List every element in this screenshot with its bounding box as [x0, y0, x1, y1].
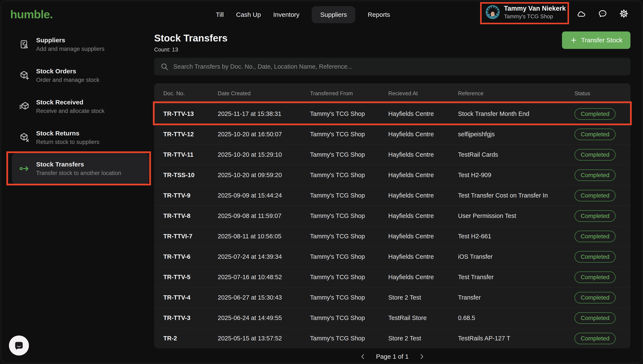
user-menu[interactable]: Tammy Van Niekerk Tammy's TCG Shop — [486, 5, 566, 20]
nav-tab-suppliers[interactable]: Suppliers — [312, 6, 355, 23]
table-row[interactable]: TR-2 2025-05-15 at 13:57:52 Tammy's TCG … — [154, 328, 630, 348]
sidebar-item-subtitle: Return stock to suppliers — [36, 139, 99, 146]
cell-reference: selfijpeishfgjs — [458, 131, 574, 138]
sidebar-item-title: Stock Orders — [36, 68, 99, 75]
nav-tab-reports[interactable]: Reports — [368, 11, 390, 18]
sidebar-item-stock-orders[interactable]: Stock Orders Order and manage stock — [0, 60, 157, 91]
cell-transferred-from: Tammy's TCG Shop — [310, 212, 388, 220]
app-logo: humble. — [10, 8, 53, 21]
cell-date-created: 2025-08-11 at 10:56:05 — [218, 233, 310, 240]
cell-transferred-from: Tammy's TCG Shop — [310, 110, 388, 117]
cell-doc-no: TR-TTV-12 — [163, 131, 218, 138]
status-badge: Completed — [574, 333, 616, 344]
status-badge: Completed — [574, 149, 616, 160]
nav-tab-inventory[interactable]: Inventory — [273, 11, 300, 18]
search-input[interactable] — [173, 63, 624, 70]
status-badge: Completed — [574, 129, 616, 140]
cell-reference: User Permission Test — [458, 212, 574, 220]
cell-transferred-from: Tammy's TCG Shop — [310, 131, 388, 138]
search-bar — [154, 58, 630, 75]
sidebar-item-stock-returns[interactable]: Stock Returns Return stock to suppliers — [0, 122, 157, 153]
chat-support-icon[interactable] — [598, 8, 608, 19]
cell-date-created: 2025-06-27 at 15:30:43 — [218, 294, 310, 301]
column-received-at: Recieved At — [388, 90, 458, 97]
avatar — [486, 5, 500, 19]
cell-reference: 0.68.5 — [458, 314, 574, 322]
sidebar-item-subtitle: Transfer stock to another location — [36, 170, 121, 176]
status-badge: Completed — [574, 292, 616, 304]
cell-doc-no: TR-TTV-13 — [163, 110, 218, 117]
table-row[interactable]: TR-TTV-5 2025-07-16 at 10:48:52 Tammy's … — [154, 267, 630, 287]
cell-date-created: 2025-10-20 at 15:29:10 — [218, 151, 310, 158]
cell-date-created: 2025-09-09 at 15:44:24 — [218, 192, 310, 199]
previous-page-icon[interactable] — [358, 352, 368, 361]
topbar-actions — [576, 8, 629, 19]
table-row[interactable]: TR-TTV-8 2025-09-08 at 11:59:07 Tammy's … — [154, 206, 630, 226]
cell-transferred-from: Tammy's TCG Shop — [310, 294, 388, 301]
chat-launcher-button[interactable] — [9, 336, 29, 356]
plus-icon — [570, 36, 577, 44]
cell-reference: Transfer — [458, 294, 574, 301]
transfer-stock-button-label: Transfer Stock — [581, 36, 622, 44]
nav-tab-cash-up[interactable]: Cash Up — [236, 11, 261, 18]
sidebar-item-suppliers[interactable]: Suppliers Add and manage suppliers — [0, 29, 157, 60]
cell-reference: Stock Transfer Month End — [458, 110, 574, 117]
cell-reference: Test Transfer Cost on Transfer In — [458, 192, 574, 199]
table-row[interactable]: TR-TTV-6 2025-07-24 at 14:39:34 Tammy's … — [154, 246, 630, 267]
table-row[interactable]: TR-TTV-12 2025-10-20 at 16:50:07 Tammy's… — [154, 124, 630, 144]
sidebar-item-text: Stock Transfers Transfer stock to anothe… — [36, 161, 121, 176]
cell-transferred-from: Tammy's TCG Shop — [310, 151, 388, 158]
cloud-sync-icon[interactable] — [576, 8, 586, 19]
next-page-icon[interactable] — [417, 352, 426, 361]
column-doc-no: Doc. No. — [163, 90, 218, 97]
sidebar-item-stock-received[interactable]: Stock Received Receive and allocate stoc… — [0, 91, 157, 122]
cell-reference: TestRails AP-127 T — [458, 335, 574, 342]
user-shop: Tammy's TCG Shop — [504, 13, 566, 20]
sidebar-item-stock-transfers[interactable]: Stock Transfers Transfer stock to anothe… — [12, 153, 149, 184]
status-badge: Completed — [574, 251, 616, 262]
transfer-arrow-icon — [19, 163, 30, 174]
sidebar-item-text: Suppliers Add and manage suppliers — [36, 36, 104, 52]
sidebar-item-text: Stock Orders Order and manage stock — [36, 68, 99, 83]
table-row[interactable]: TR-TSS-10 2025-10-20 at 09:59:20 Tammy's… — [154, 165, 630, 185]
table-header: Doc. No. Date Created Transferred From R… — [154, 83, 630, 104]
status-badge: Completed — [574, 272, 616, 283]
cell-doc-no: TR-TTV-9 — [163, 192, 218, 199]
cell-transferred-from: Tammy's TCG Shop — [310, 314, 388, 322]
box-x-icon — [19, 132, 30, 143]
cell-transferred-from: Tammy's TCG Shop — [310, 233, 388, 240]
cell-date-created: 2025-07-24 at 14:39:34 — [218, 253, 310, 260]
cell-date-created: 2025-07-16 at 10:48:52 — [218, 274, 310, 281]
cell-transferred-from: Tammy's TCG Shop — [310, 253, 388, 260]
cell-doc-no: TR-TTV-11 — [163, 151, 218, 158]
transfer-stock-button[interactable]: Transfer Stock — [562, 32, 630, 49]
cell-transferred-from: Tammy's TCG Shop — [310, 274, 388, 281]
nav-tab-till[interactable]: Till — [216, 11, 224, 18]
sidebar-item-title: Stock Received — [36, 99, 104, 106]
cell-reference: iOS Transfer — [458, 253, 574, 260]
sidebar-item-text: Stock Returns Return stock to suppliers — [36, 130, 99, 146]
cell-received-at: Hayfields Centre — [388, 151, 458, 158]
transfers-table: Doc. No. Date Created Transferred From R… — [154, 83, 630, 348]
main-content: Stock Transfers Count: 13 Transfer Stock… — [154, 29, 630, 361]
column-date-created: Date Created — [218, 90, 310, 97]
settings-gear-icon[interactable] — [619, 8, 629, 19]
table-row[interactable]: TR-TTV-4 2025-06-27 at 15:30:43 Tammy's … — [154, 287, 630, 308]
cell-received-at: Hayfields Centre — [388, 172, 458, 178]
cell-doc-no: TR-TTV-3 — [163, 314, 218, 322]
cell-doc-no: TR-TTV-4 — [163, 294, 218, 301]
table-row[interactable]: TR-TTV-13 2025-11-17 at 15:38:31 Tammy's… — [154, 104, 630, 124]
top-nav: Till Cash Up Inventory Suppliers Reports — [216, 6, 390, 24]
cell-date-created: 2025-10-20 at 16:50:07 — [218, 131, 310, 138]
page-indicator: Page 1 of 1 — [376, 353, 408, 360]
table-row[interactable]: TR-TTV-3 2025-06-24 at 14:49:55 Tammy's … — [154, 308, 630, 328]
cell-date-created: 2025-10-20 at 09:59:20 — [218, 172, 310, 178]
status-badge: Completed — [574, 210, 616, 222]
status-badge: Completed — [574, 170, 616, 181]
user-text: Tammy Van Niekerk Tammy's TCG Shop — [504, 5, 566, 20]
table-row[interactable]: TR-TTV-9 2025-09-09 at 15:44:24 Tammy's … — [154, 185, 630, 206]
status-badge: Completed — [574, 190, 616, 201]
status-badge: Completed — [574, 312, 616, 324]
table-row[interactable]: TR-TTVI-7 2025-08-11 at 10:56:05 Tammy's… — [154, 226, 630, 246]
table-row[interactable]: TR-TTV-11 2025-10-20 at 15:29:10 Tammy's… — [154, 144, 630, 165]
